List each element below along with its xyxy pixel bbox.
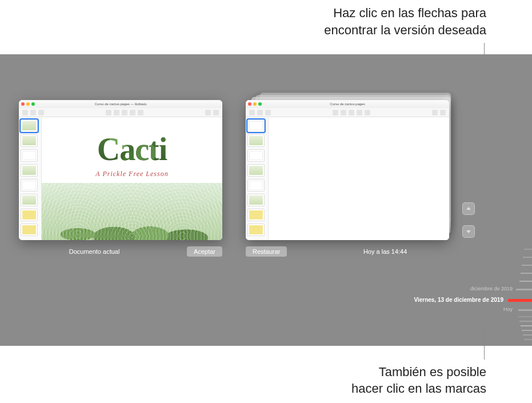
timeline-today-tick[interactable]	[518, 309, 532, 311]
previous-version-button[interactable]	[462, 202, 475, 215]
page-thumbnail[interactable]	[21, 194, 38, 206]
version-caption-row: Restaurar Hoy a las 14:44	[246, 246, 449, 257]
page-thumbnail[interactable]	[21, 179, 38, 191]
timeline-tick[interactable]	[522, 265, 532, 266]
historical-document-window[interactable]: Curso de cactus.pages	[246, 100, 449, 240]
timeline-tick[interactable]	[523, 334, 532, 336]
toolbar-button[interactable]	[30, 110, 36, 115]
toolbar-button[interactable]	[357, 110, 362, 115]
document-title: Cacti	[97, 131, 167, 167]
toolbar-button[interactable]	[213, 110, 219, 115]
toolbar-button[interactable]	[333, 110, 338, 115]
version-timeline[interactable]: diciembre de 2019 Viernes, 13 de diciemb…	[492, 243, 532, 346]
page-thumbnail[interactable]	[247, 194, 265, 206]
toolbar-button[interactable]	[440, 110, 446, 115]
timeline-tick[interactable]	[524, 339, 532, 340]
toolbar-button[interactable]	[341, 110, 346, 115]
page-thumbnail[interactable]	[247, 209, 265, 221]
timeline-tick[interactable]	[524, 249, 532, 250]
toolbar-button[interactable]	[122, 110, 127, 115]
toolbar-button[interactable]	[138, 110, 143, 115]
timeline-tick[interactable]	[522, 330, 532, 331]
document-image	[42, 183, 222, 240]
toolbar-button[interactable]	[114, 110, 119, 115]
page-thumbnail[interactable]	[247, 164, 265, 177]
chevron-down-icon	[466, 229, 471, 234]
current-caption-row: Documento actual Aceptar	[19, 246, 222, 257]
window-title: Curso de cactus.pages	[246, 102, 449, 106]
page-thumbnail[interactable]	[247, 134, 265, 147]
toolbar-button[interactable]	[365, 110, 370, 115]
toolbar-button[interactable]	[130, 110, 135, 115]
document-subtitle: A Prickle Free Lesson	[95, 170, 168, 178]
timeline-tick[interactable]	[523, 257, 532, 258]
page-thumbnail[interactable]	[247, 119, 265, 132]
toolbar-button[interactable]	[205, 110, 211, 115]
annotation-text: También es posible	[351, 364, 486, 381]
timeline-tick[interactable]	[519, 321, 532, 322]
document-canvas[interactable]	[269, 117, 449, 240]
toolbar	[246, 108, 449, 117]
window-title: Curso de cactus.pages — Editado	[19, 102, 222, 106]
page-thumbnails[interactable]	[246, 117, 269, 240]
timeline-tick[interactable]	[521, 273, 532, 274]
annotation-timeline: También es posible hacer clic en las mar…	[351, 364, 486, 397]
timeline-tick[interactable]	[521, 325, 532, 326]
timeline-month-label: diciembre de 2019	[470, 286, 513, 292]
chevron-up-icon	[466, 206, 471, 212]
timeline-selected-label: Viernes, 13 de diciembre de 2019	[414, 297, 503, 303]
toolbar-button[interactable]	[106, 110, 111, 115]
page-thumbnail[interactable]	[21, 224, 38, 236]
leader-line	[484, 326, 485, 360]
toolbar-button[interactable]	[349, 110, 354, 115]
annotation-text: hacer clic en las marcas	[351, 380, 486, 397]
toolbar-button[interactable]	[432, 110, 438, 115]
page-thumbnail[interactable]	[247, 149, 265, 162]
current-document-label: Documento actual	[19, 248, 170, 255]
toolbar-button[interactable]	[22, 110, 28, 115]
toolbar	[19, 108, 222, 117]
document-canvas[interactable]: Cacti A Prickle Free Lesson	[42, 117, 222, 240]
annotation-arrows: Haz clic en las flechas para encontrar l…	[324, 5, 486, 38]
page-thumbnail[interactable]	[21, 164, 38, 177]
page-thumbnail[interactable]	[21, 134, 38, 147]
version-browser-stage: Curso de cactus.pages — Editado	[0, 54, 532, 346]
toolbar-button[interactable]	[249, 110, 255, 115]
page-thumbnail[interactable]	[21, 119, 38, 132]
annotation-text: Haz clic en las flechas para	[324, 5, 486, 22]
timeline-selected-tick[interactable]	[508, 299, 532, 302]
accept-button[interactable]: Aceptar	[187, 246, 222, 257]
annotation-text: encontrar la versión deseada	[324, 22, 486, 39]
toolbar-button[interactable]	[257, 110, 263, 115]
timeline-tick[interactable]	[519, 281, 532, 282]
titlebar[interactable]: Curso de cactus.pages — Editado	[19, 100, 222, 108]
page-thumbnail[interactable]	[247, 179, 265, 191]
page-thumbnail[interactable]	[21, 209, 38, 221]
timeline-tick[interactable]	[518, 316, 532, 317]
toolbar-button[interactable]	[38, 110, 44, 115]
timeline-today-label: Hoy	[503, 306, 513, 312]
page-thumbnails[interactable]	[19, 117, 42, 240]
page-thumbnail[interactable]	[247, 224, 265, 236]
page-thumbnail[interactable]	[21, 149, 38, 162]
timeline-month-tick[interactable]	[516, 289, 532, 290]
toolbar-button[interactable]	[265, 110, 271, 115]
next-version-button[interactable]	[462, 225, 475, 238]
titlebar[interactable]: Curso de cactus.pages	[246, 100, 449, 108]
current-document-window[interactable]: Curso de cactus.pages — Editado	[19, 100, 222, 240]
version-timestamp-label: Hoy a las 14:44	[321, 248, 449, 255]
restore-button[interactable]: Restaurar	[246, 246, 287, 257]
